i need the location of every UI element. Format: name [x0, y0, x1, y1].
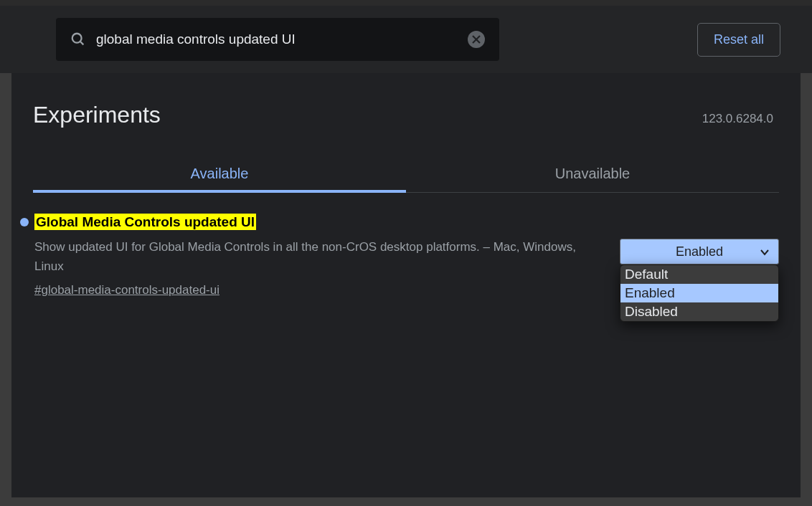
flag-entry: Global Media Controls updated UI Show up… [20, 214, 779, 297]
search-box [56, 18, 499, 61]
svg-line-1 [80, 42, 84, 45]
svg-point-0 [72, 34, 82, 43]
content-area: Experiments 123.0.6284.0 Available Unava… [11, 73, 801, 497]
close-icon [471, 34, 481, 44]
header-bar: Reset all [0, 6, 812, 73]
option-enabled[interactable]: Enabled [620, 284, 778, 302]
flag-state-select[interactable]: Enabled [620, 239, 779, 264]
page-title: Experiments [33, 102, 161, 128]
flag-state-selected-value: Enabled [676, 244, 723, 259]
reset-all-button[interactable]: Reset all [697, 23, 780, 57]
clear-search-button[interactable] [468, 31, 485, 48]
version-label: 123.0.6284.0 [702, 112, 773, 126]
chevron-down-icon [760, 244, 770, 259]
search-input[interactable] [96, 32, 458, 47]
tab-available[interactable]: Available [33, 166, 406, 192]
window-top-strip [0, 0, 812, 6]
tabs: Available Unavailable [33, 166, 779, 193]
flag-hash-link[interactable]: #global-media-controls-updated-ui [34, 283, 219, 297]
flag-description: Show updated UI for Global Media Control… [34, 237, 591, 276]
flag-title: Global Media Controls updated UI [34, 214, 256, 230]
option-disabled[interactable]: Disabled [620, 302, 778, 321]
flag-indicator-icon [20, 218, 29, 226]
search-icon [70, 32, 86, 47]
option-default[interactable]: Default [620, 265, 778, 284]
flag-state-dropdown: Default Enabled Disabled [620, 264, 779, 322]
tab-unavailable[interactable]: Unavailable [406, 166, 779, 192]
